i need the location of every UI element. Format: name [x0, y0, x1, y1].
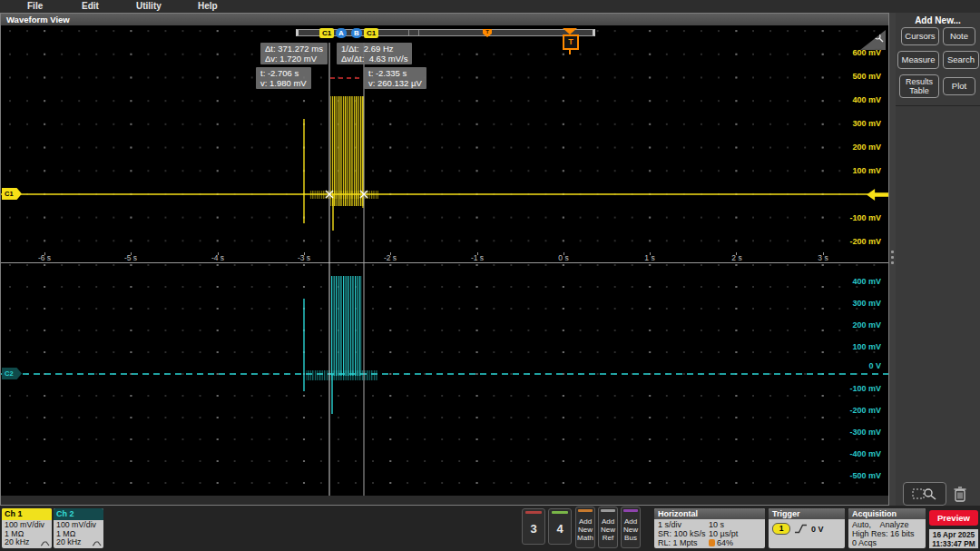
horizontal-compression: 64% [717, 538, 733, 547]
add-new-ref-button[interactable]: Add New Ref [598, 507, 618, 548]
panel-separator [896, 105, 980, 106]
rising-edge-icon [794, 524, 808, 534]
trigger-panel[interactable]: Trigger 1 0 V [769, 508, 845, 548]
ch2-axis-label: 300 mV [852, 299, 881, 308]
preview-button[interactable]: Preview [929, 510, 978, 526]
drag-handle-dot [891, 261, 894, 264]
ch1-trace [1, 96, 888, 231]
overview-cursor-tick [418, 30, 420, 35]
add-plot-button[interactable]: Plot [943, 77, 975, 95]
ch3-label: 3 [523, 514, 544, 544]
waveform-traces [1, 25, 888, 496]
ch1-axis-label: 300 mV [852, 119, 881, 128]
trigger-flag-label: T [563, 34, 579, 50]
ch1-name: Ch 1 [2, 508, 52, 520]
bandwidth-limit-icon [40, 540, 50, 547]
ch2-axis-label: 0 V [868, 361, 881, 370]
menu-edit[interactable]: Edit [82, 1, 99, 11]
cursor-badge-c1-b[interactable]: C1 [364, 28, 378, 38]
horizontal-sample-rate: SR: 100 kS/s [658, 529, 709, 538]
ch1-axis-label: -200 mV [849, 237, 881, 246]
waveform-view-window: Waveform View -6 s -5 s -4 s -3 s -2 s -… [0, 13, 889, 506]
trigger-header: Trigger [769, 508, 845, 519]
cursor-delta-readout: Δt: 371.272 msΔv: 1.720 mV [260, 43, 328, 64]
trigger-level: 0 V [811, 525, 824, 534]
oscilloscope-app: File Edit Utility Help Waveform View -6 … [0, 0, 980, 551]
acquisition-header: Acquisition [848, 508, 926, 519]
ch1-axis-label: -100 mV [849, 213, 881, 222]
horizontal-header: Horizontal [654, 508, 765, 519]
add-cursors-button[interactable]: Cursors [901, 27, 939, 45]
bandwidth-limit-icon [92, 540, 102, 547]
ch2-axis-label: -300 mV [849, 428, 881, 437]
ch2-axis-label: -400 mV [849, 449, 881, 458]
acquisition-resolution: High Res: 16 bits [852, 529, 922, 538]
cursor-badge-a[interactable]: A [336, 28, 347, 38]
compression-icon [709, 539, 715, 546]
ch2-axis-label: 100 mV [852, 342, 881, 351]
ch4-label: 4 [549, 514, 571, 544]
trash-button[interactable] [950, 484, 970, 504]
ch2-axis-label: -500 mV [849, 471, 881, 480]
add-new-header: Add New... [896, 15, 980, 25]
ch4-button[interactable]: 4 [548, 508, 572, 545]
cursor-a-readout: t: -2.706 sv: 1.980 mV [256, 67, 311, 89]
add-bus-label: Add New Bus [622, 512, 640, 547]
drag-handle-dot [891, 251, 894, 253]
zoom-box-magnifier-icon [911, 487, 938, 501]
add-new-panel: Add New... Cursors Note Measure Search R… [896, 13, 980, 506]
horizontal-panel[interactable]: Horizontal 1 s/div SR: 100 kS/s RL: 1 Mp… [654, 508, 765, 548]
menu-bar: File Edit Utility Help [0, 0, 980, 13]
horizontal-scale: 1 s/div [658, 520, 709, 529]
overview-cursor-tick [408, 30, 410, 35]
cursor-b-readout: t: -2.335 sv: 260.132 µV [364, 67, 426, 89]
ch2-badge[interactable]: Ch 2 100 mV/div 1 MΩ 20 kHz [54, 508, 103, 548]
bottom-status-bar: Ch 1 100 mV/div 1 MΩ 20 kHz Ch 2 100 mV/… [0, 506, 980, 551]
overview-trigger-marker[interactable]: T [483, 29, 492, 37]
cursor-rate-readout: 1/Δt: 2.69 HzΔv/Δt: 4.63 mV/s [337, 43, 412, 64]
ch1-axis-label: 100 mV [852, 166, 881, 175]
add-new-bus-button[interactable]: Add New Bus [621, 507, 641, 548]
waveform-footer [1, 496, 888, 505]
menu-help[interactable]: Help [198, 1, 218, 11]
horizontal-sample-period: 10 µs/pt [709, 529, 761, 538]
add-math-label: Add New Math [576, 512, 594, 547]
trash-icon [953, 486, 967, 503]
add-measure-button[interactable]: Measure [897, 51, 939, 69]
ch1-axis-label: 500 mV [852, 72, 881, 81]
ch1-axis-label: 200 mV [852, 143, 881, 152]
ch2-axis-label: -200 mV [849, 406, 881, 415]
ch2-axis-label: 200 mV [852, 320, 881, 330]
acquisition-mode: Auto, Analyze [852, 520, 922, 529]
ch2-trace [1, 276, 888, 414]
menu-utility[interactable]: Utility [136, 1, 162, 11]
date: 16 Apr 2025 [929, 530, 978, 539]
ch1-badge[interactable]: Ch 1 100 mV/div 1 MΩ 20 kHz [2, 508, 52, 548]
date-time-display: 16 Apr 2025 11:33:47 PM [929, 529, 978, 548]
horizontal-duration: 10 s [709, 520, 761, 529]
ch3-button[interactable]: 3 [522, 508, 545, 545]
cursor-badge-b[interactable]: B [351, 28, 362, 38]
add-ref-label: Add New Ref [599, 512, 617, 547]
menu-file[interactable]: File [27, 1, 43, 11]
panel-splitter[interactable] [889, 13, 896, 506]
acquisition-panel[interactable]: Acquisition Auto, Analyze High Res: 16 b… [848, 508, 926, 548]
trigger-arrow-icon [563, 28, 577, 34]
add-search-button[interactable]: Search [943, 51, 979, 69]
zoom-mode-button[interactable] [903, 482, 946, 506]
ch2-axis-label: -100 mV [849, 384, 881, 393]
trigger-flag-stem [569, 50, 571, 54]
trigger-position-flag[interactable]: T [562, 28, 578, 57]
ch1-axis-label: 600 mV [852, 48, 881, 57]
waveform-view-title: Waveform View [1, 14, 888, 25]
add-note-button[interactable]: Note [943, 27, 975, 45]
cursor-badge-c1-a[interactable]: C1 [319, 28, 334, 38]
time: 11:33:47 PM [929, 539, 978, 548]
ch2-name: Ch 2 [54, 508, 103, 520]
trigger-source-badge: 1 [772, 523, 790, 535]
add-new-math-button[interactable]: Add New Math [575, 507, 595, 548]
drag-handle-dot [891, 256, 894, 259]
add-results-table-button[interactable]: Results Table [899, 74, 939, 98]
ch1-axis-label: 400 mV [852, 95, 881, 104]
acquisition-count: 0 Acqs [852, 538, 922, 547]
